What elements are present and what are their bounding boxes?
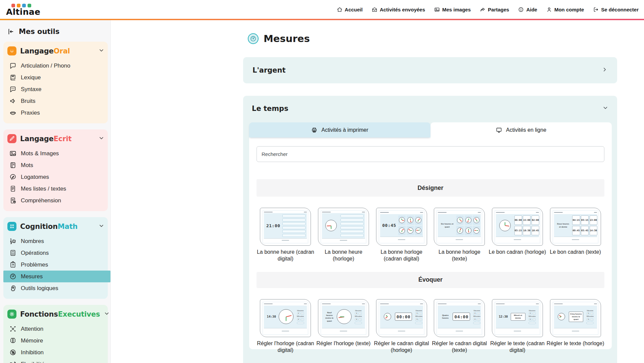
math-operations-icon <box>7 222 16 231</box>
sidebar-item-nombres[interactable]: Nombres <box>7 235 104 247</box>
clipboard-question-icon <box>9 261 16 268</box>
sidebar-item-praxies[interactable]: Praxies <box>7 107 104 119</box>
activity-card-la-bonne-horloge-cadran-digital[interactable]: 00:45 <box>372 208 430 263</box>
sidebar-item-problemes[interactable]: Problèmes <box>7 259 104 271</box>
activity-thumbnail: 12:30 Minuit et demie Heures +- Minutes … <box>492 299 543 337</box>
chevron-down-icon <box>98 135 104 143</box>
sidebar-item-mots-images[interactable]: Mots & Images <box>7 148 104 159</box>
chevron-down-icon <box>98 223 104 230</box>
logo-text: Altinae <box>6 8 40 16</box>
activity-card-regler-texte-cadran-digital[interactable]: 12:30 Minuit et demie Heures +- Minutes … <box>489 299 547 354</box>
activity-card-regler-cadran-digital-horloge[interactable]: 00:00 Heures +- Minutes +- <box>372 299 430 354</box>
activity-thumbnail: 00:00 Heures +- Minutes +- <box>376 299 427 337</box>
clock-icon <box>558 313 565 320</box>
sidebar-item-memoire[interactable]: Mémoire <box>7 335 104 347</box>
clock-icon <box>407 228 413 234</box>
sidebar: Mes outils LangageOral Articulation / Ph… <box>0 20 111 363</box>
activity-card-la-bonne-heure-cadran-digital[interactable]: 21:00 La bonne heure (cadran digital) <box>257 208 315 263</box>
logout-icon <box>593 7 599 12</box>
activity-card-regler-texte-horloge[interactable]: Cinq heures moins le quart Heures +- Min… <box>546 299 604 354</box>
group-band-designer: Désigner <box>257 179 604 197</box>
clock-icon <box>384 313 391 320</box>
validate-button <box>473 322 480 324</box>
sidebar-item-comprehension[interactable]: Compréhension <box>7 195 104 206</box>
tab-content: Désigner 21:00 La bonn <box>249 137 612 349</box>
section-fonctions-executives-header[interactable]: FonctionsExecutives <box>7 310 104 319</box>
main-content: Mesures L'argent Le temps Activités à im… <box>111 20 644 363</box>
sidebar-item-operations[interactable]: Opérations <box>7 247 104 259</box>
accordion-temps: Le temps Activités à imprimer Activités … <box>243 96 617 363</box>
activity-thumbnail: 14:30 Heures +- Minutes +- <box>260 299 311 337</box>
nav-activites-envoyees[interactable]: Activités envoyées <box>372 7 425 12</box>
section-langage-oral: LangageOral Articulation / Phono Lexique… <box>3 42 108 123</box>
tab-activites-en-ligne[interactable]: Activités en ligne <box>430 122 612 137</box>
smiley-icon <box>7 46 16 55</box>
sidebar-item-syntaxe[interactable]: Syntaxe <box>7 83 104 95</box>
home-icon <box>337 7 342 12</box>
activity-card-la-bonne-heure-horloge[interactable]: La bonne heure (horloge) <box>315 208 373 263</box>
sidebar-item-outils-logiques[interactable]: Outils logiques <box>7 282 104 294</box>
section-langage-oral-header[interactable]: LangageOral <box>7 46 104 55</box>
nav-partages[interactable]: Partages <box>480 7 509 12</box>
activity-card-le-bon-cadran-horloge[interactable]: 06:00 15:00 02:00 03:15 18:30 10:45 <box>489 208 547 263</box>
sidebar-item-mes-listes-textes[interactable]: Mes listes / textes <box>7 183 104 195</box>
activity-thumbnail: Deux heures et demie 04:15 03:15 13:00 0… <box>550 208 601 246</box>
validate-button <box>415 322 422 324</box>
clock-icon <box>407 217 413 223</box>
sidebar-item-attention[interactable]: Attention <box>7 323 104 335</box>
sidebar-title: Mes outils <box>0 28 110 36</box>
chat-icon <box>9 62 16 69</box>
clock-icon <box>473 228 479 234</box>
brain-icon <box>9 337 16 344</box>
activity-card-regler-horloge-texte[interactable]: Neuf heures moins le quart Heures +- Min… <box>315 299 373 354</box>
monitor-icon <box>496 127 502 133</box>
section-fonctions-executives: FonctionsExecutives Attention Mémoire In… <box>3 305 108 363</box>
activity-thumbnail: Quatre heures 04:00 Heures +- Minutes +- <box>434 299 485 337</box>
sidebar-item-lexique[interactable]: Lexique <box>7 72 104 83</box>
account-icon <box>546 7 552 12</box>
card-grid-designer: 21:00 La bonne heure (cadran digital) <box>257 208 604 263</box>
clock-icon <box>399 228 405 234</box>
activity-card-la-bonne-horloge-texte[interactable]: Six heures et quart <box>430 208 489 263</box>
section-langage-ecrit: LangageEcrit Mots & Images Mots Logatome… <box>3 129 108 211</box>
sidebar-item-flexibilite[interactable]: Flexibilité <box>7 358 104 363</box>
search-input[interactable] <box>257 146 604 162</box>
printer-icon <box>311 127 317 133</box>
section-langage-ecrit-header[interactable]: LangageEcrit <box>7 134 104 143</box>
section-cognition-math-header[interactable]: CognitionMath <box>7 222 104 231</box>
logo-dots-icon <box>11 4 40 7</box>
nav-se-deconnecter[interactable]: Se déconnecter <box>593 7 639 12</box>
activity-card-le-bon-cadran-texte[interactable]: Deux heures et demie 04:15 03:15 13:00 0… <box>546 208 604 263</box>
nav-aide[interactable]: Aide <box>518 7 537 12</box>
tab-activites-a-imprimer[interactable]: Activités à imprimer <box>249 122 430 137</box>
validate-button <box>528 322 536 324</box>
accordion-argent[interactable]: L'argent <box>243 57 617 83</box>
sidebar-item-bruits[interactable]: Bruits <box>7 95 104 107</box>
clock-icon <box>337 309 352 324</box>
sidebar-item-logatomes[interactable]: Logatomes <box>7 171 104 183</box>
sidebar-item-mesures[interactable]: Mesures <box>3 271 110 282</box>
focus-arrows-icon <box>9 325 16 332</box>
activity-thumbnail: Cinq heures moins le quart Heures +- Min… <box>550 299 601 337</box>
clock-icon <box>415 217 421 223</box>
speaker-icon <box>9 97 16 105</box>
activity-thumbnail <box>318 208 369 246</box>
validate-button <box>297 322 304 324</box>
app-logo[interactable]: Altinae <box>6 3 40 16</box>
validate-button <box>355 322 362 324</box>
head-gear-icon <box>9 285 16 292</box>
sidebar-item-articulation-phono[interactable]: Articulation / Phono <box>7 60 104 72</box>
sidebar-item-mots[interactable]: Mots <box>7 159 104 171</box>
card-grid-evoquer: 14:30 Heures +- Minutes +- <box>257 299 604 354</box>
sidebar-item-inhibition[interactable]: Inhibition <box>7 347 104 358</box>
clock-icon <box>279 309 293 324</box>
activity-card-regler-cadran-digital-texte[interactable]: Quatre heures 04:00 Heures +- Minutes +- <box>430 299 489 354</box>
help-icon <box>518 7 524 12</box>
activity-card-regler-horloge-cadran-digital[interactable]: 14:30 Heures +- Minutes +- <box>257 299 315 354</box>
nav-mon-compte[interactable]: Mon compte <box>546 7 584 12</box>
collapse-sidebar-icon[interactable] <box>7 28 14 35</box>
nav-mes-images[interactable]: Mes images <box>434 7 471 12</box>
accordion-temps-header[interactable]: Le temps <box>249 105 612 113</box>
clock-icon <box>399 217 405 223</box>
nav-accueil[interactable]: Accueil <box>337 7 363 12</box>
